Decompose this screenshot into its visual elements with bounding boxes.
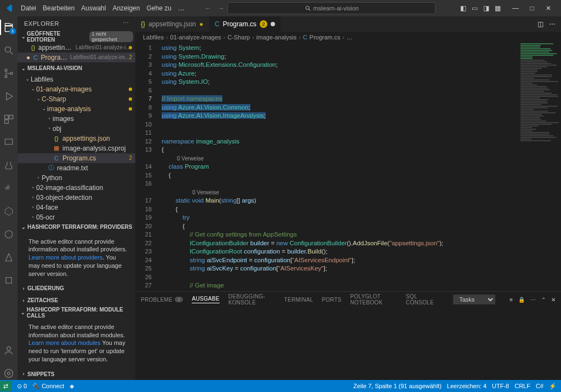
breadcrumb-item[interactable]: …	[347, 34, 353, 41]
activity-azure-icon[interactable]	[2, 251, 15, 264]
panel-tab[interactable]: POLYGLOT NOTEBOOK	[350, 293, 397, 305]
tree-item[interactable]: {}appsettings.json	[18, 134, 135, 143]
toggle-panel-right-icon[interactable]: ◨	[483, 4, 489, 12]
tree-item[interactable]: ⌄Labfiles	[18, 74, 135, 84]
tree-item[interactable]: ▦image-analysis.csproj	[18, 143, 135, 153]
panel-tab[interactable]: TERMINAL	[284, 297, 313, 303]
tree-item[interactable]: ›02-image-classification	[18, 183, 135, 193]
window-close-icon[interactable]: ✕	[540, 4, 557, 12]
menu-more[interactable]: …	[175, 4, 188, 12]
editor-tabs: {}appsettings.json●CProgram.cs2 ◫ ⋯	[135, 16, 561, 32]
activity-github-icon[interactable]	[2, 228, 15, 241]
editor-more-icon[interactable]: ⋯	[549, 20, 556, 28]
panel-tab[interactable]: SQL CONSOLE	[406, 293, 436, 305]
activity-explorer-icon[interactable]: 1	[2, 21, 15, 34]
activity-extensions-icon[interactable]	[2, 113, 15, 126]
panel-tab[interactable]: DEBUGGING-KONSOLE	[228, 293, 276, 305]
breadcrumb-item[interactable]: 01-analyze-images	[170, 34, 221, 41]
minimap[interactable]	[517, 43, 561, 291]
activity-accounts-icon[interactable]	[2, 344, 15, 357]
svg-rect-17	[6, 278, 12, 284]
status-ports[interactable]: ⊙ 0	[17, 383, 27, 390]
nav-forward-icon[interactable]: →	[214, 4, 227, 12]
status-eol[interactable]: CRLF	[514, 383, 530, 389]
toggle-panel-bottom-icon[interactable]: ▭	[472, 4, 478, 12]
toggle-panel-left-icon[interactable]: ◧	[460, 4, 466, 12]
status-encoding[interactable]: UTF-8	[492, 383, 509, 389]
panel-more-icon[interactable]: ⋯	[530, 297, 536, 303]
menu-view[interactable]: Anzeigen	[109, 4, 143, 12]
code-content[interactable]: using System;using System.Drawing;using …	[157, 43, 561, 291]
window-minimize-icon[interactable]: —	[507, 4, 524, 12]
svg-point-16	[5, 230, 13, 238]
workspace-header[interactable]: ⌄MSLEARN-AI-VISION	[18, 62, 135, 74]
panel-maximize-icon[interactable]: ⌃	[541, 297, 546, 303]
layout-grid-icon[interactable]: ▦	[495, 4, 501, 12]
editor-tab[interactable]: CProgram.cs2	[209, 16, 281, 32]
code-editor[interactable]: 12345678910111213 141516 171819202122232…	[135, 43, 561, 291]
breadcrumb[interactable]: Labfiles›01-analyze-images›C-Sharp›image…	[135, 32, 561, 43]
svg-rect-9	[9, 116, 13, 119]
menu-selection[interactable]: Auswahl	[78, 4, 109, 12]
tree-item[interactable]: CProgram.cs2	[18, 153, 135, 163]
status-broadcast-icon[interactable]: ◈	[70, 383, 74, 390]
panel-tab[interactable]: PROBLEME 2	[141, 297, 183, 303]
menu-goto[interactable]: Gehe zu	[143, 4, 174, 12]
svg-point-18	[7, 347, 11, 350]
split-editor-icon[interactable]: ◫	[537, 20, 543, 28]
nav-back-icon[interactable]: ←	[201, 4, 214, 12]
activity-kubernetes-icon[interactable]	[2, 205, 15, 218]
activity-terraform-icon[interactable]	[2, 274, 15, 287]
tree-item[interactable]: ›images	[18, 114, 135, 124]
tf-providers-header[interactable]: ⌄HASHICORP TERRAFORM: PROVIDERS	[18, 221, 135, 233]
breadcrumb-item[interactable]: Labfiles	[143, 34, 164, 41]
activity-search-icon[interactable]	[2, 44, 15, 57]
activity-source-control-icon[interactable]	[2, 67, 15, 80]
panel-filter-icon[interactable]: ≡	[510, 297, 513, 303]
timeline-header[interactable]: ›ZEITACHSE	[18, 295, 135, 307]
tree-item[interactable]: ⌄01-analyze-images	[18, 84, 135, 94]
open-editors-header[interactable]: ⌄GEÖFFNETE EDITOREN1 nicht gespeichert	[18, 31, 135, 43]
status-feedback-icon[interactable]: ⚡	[549, 383, 557, 390]
status-remote-icon[interactable]: ⇄	[0, 381, 12, 391]
breadcrumb-item[interactable]: Program.cs	[310, 34, 340, 41]
tf-providers-link[interactable]: Learn more about providers	[28, 254, 102, 261]
tree-item[interactable]: ›Python	[18, 173, 135, 183]
tree-item[interactable]: ⌄image-analysis	[18, 104, 135, 114]
explorer-more-icon[interactable]: ⋯	[123, 20, 129, 27]
panel-tab[interactable]: PORTS	[322, 297, 342, 303]
command-center-search[interactable]: mslearn-ai-vision	[227, 2, 436, 14]
panel-lock-icon[interactable]: 🔒	[518, 297, 525, 303]
activity-docker-icon[interactable]	[2, 182, 15, 195]
breadcrumb-item[interactable]: image-analysis	[256, 34, 296, 41]
status-language[interactable]: C#	[536, 383, 543, 389]
activity-remote-icon[interactable]	[2, 136, 15, 149]
menu-file[interactable]: Datei	[18, 4, 39, 12]
tree-item[interactable]: ›04-face	[18, 203, 135, 212]
activity-test-icon[interactable]	[2, 159, 15, 172]
window-maximize-icon[interactable]: □	[524, 4, 540, 12]
tree-item[interactable]: ›03-object-detection	[18, 193, 135, 203]
output-channel-select[interactable]: Tasks	[453, 295, 495, 304]
snippets-header[interactable]: ›SNIPPETS	[18, 368, 135, 380]
tf-modules-link[interactable]: Learn more about modules	[28, 339, 100, 346]
tree-item[interactable]: ›obj	[18, 124, 135, 134]
outline-header[interactable]: ›GLIEDERUNG	[18, 283, 135, 295]
tree-item[interactable]: ⌄C-Sharp	[18, 94, 135, 104]
panel-tab[interactable]: AUSGABE	[192, 296, 219, 303]
activity-debug-icon[interactable]	[2, 90, 15, 103]
status-indent[interactable]: Leerzeichen: 4	[447, 383, 486, 389]
tf-modules-header[interactable]: ⌄HASHICORP TERRAFORM: MODULE CALLS	[18, 307, 135, 319]
status-cursor-position[interactable]: Zeile 7, Spalte 1 (91 ausgewählt)	[353, 383, 442, 389]
open-editor-item[interactable]: ●CProgram.csLabfiles\01-analyze-images\C…	[18, 53, 135, 62]
status-connect[interactable]: 🔌 Connect	[32, 383, 64, 390]
panel-close-icon[interactable]: ✕	[551, 297, 556, 303]
activity-settings-icon[interactable]	[2, 367, 15, 380]
output-body[interactable]	[135, 307, 561, 380]
editor-tab[interactable]: {}appsettings.json●	[135, 16, 209, 32]
tree-item[interactable]: ⓘreadme.txt	[18, 163, 135, 173]
tree-item[interactable]: ›05-ocr	[18, 212, 135, 221]
breadcrumb-item[interactable]: C-Sharp	[227, 34, 250, 41]
open-editor-item[interactable]: {}appsettings.jsonLabfiles\01-analyze-im…	[18, 43, 135, 53]
menu-edit[interactable]: Bearbeiten	[39, 4, 78, 12]
